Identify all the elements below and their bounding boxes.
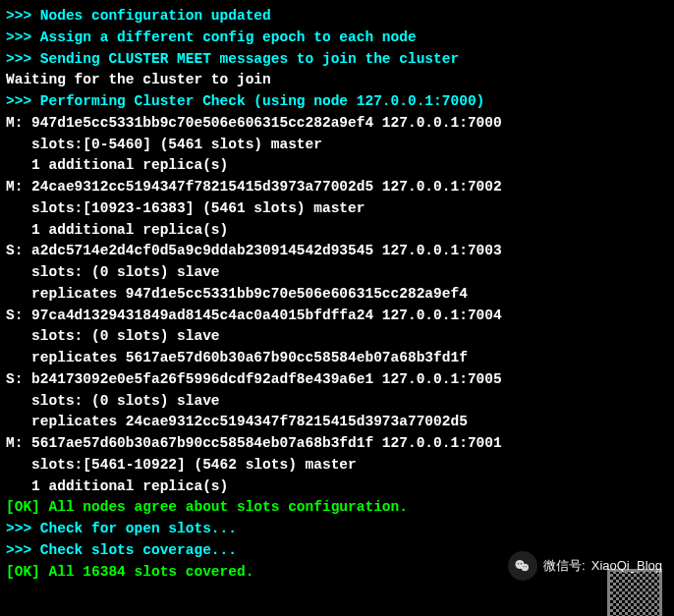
- terminal-line: [OK] All nodes agree about slots configu…: [6, 497, 668, 519]
- terminal-output: >>> Nodes configuration updated>>> Assig…: [6, 6, 668, 583]
- terminal-line: Waiting for the cluster to join: [6, 70, 668, 91]
- terminal-line: replicates 5617ae57d60b30a67b90cc58584eb…: [6, 348, 668, 369]
- terminal-line: >>> Check for open slots...: [6, 519, 668, 540]
- wechat-icon: [508, 551, 537, 581]
- terminal-line: slots:[10923-16383] (5461 slots) master: [6, 198, 668, 220]
- terminal-line: slots:[0-5460] (5461 slots) master: [6, 135, 668, 156]
- terminal-line: 1 additional replica(s): [6, 155, 668, 177]
- terminal-line: >>> Nodes configuration updated: [6, 6, 668, 28]
- watermark-label: 微信号:: [543, 556, 586, 576]
- terminal-line: M: 5617ae57d60b30a67b90cc58584eb07a68b3f…: [6, 433, 668, 455]
- terminal-line: slots: (0 slots) slave: [6, 262, 668, 284]
- terminal-line: 1 additional replica(s): [6, 476, 668, 498]
- terminal-line: replicates 947d1e5cc5331bb9c70e506e60631…: [6, 284, 668, 306]
- terminal-line: S: 97ca4d1329431849ad8145c4ac0a4015bfdff…: [6, 306, 668, 327]
- terminal-line: slots: (0 slots) slave: [6, 391, 668, 413]
- terminal-line: >>> Assign a different config epoch to e…: [6, 28, 668, 49]
- terminal-line: >>> Performing Cluster Check (using node…: [6, 91, 668, 113]
- svg-point-4: [524, 566, 525, 567]
- terminal-line: S: b24173092e0e5fa26f5996dcdf92adf8e439a…: [6, 369, 668, 391]
- terminal-line: S: a2dc5714e2d4cf0d5a9c9ddab230914542d93…: [6, 241, 668, 262]
- terminal-line: M: 24cae9312cc5194347f78215415d3973a7700…: [6, 177, 668, 198]
- terminal-line: slots:[5461-10922] (5462 slots) master: [6, 455, 668, 476]
- svg-point-5: [526, 566, 527, 567]
- terminal-line: 1 additional replica(s): [6, 220, 668, 242]
- terminal-line: slots: (0 slots) slave: [6, 326, 668, 348]
- svg-point-1: [522, 564, 530, 572]
- svg-point-3: [521, 563, 522, 564]
- qr-watermark: [607, 569, 662, 616]
- terminal-line: replicates 24cae9312cc5194347f78215415d3…: [6, 412, 668, 433]
- terminal-line: >>> Sending CLUSTER MEET messages to joi…: [6, 49, 668, 71]
- terminal-line: M: 947d1e5cc5331bb9c70e506e606315cc282a9…: [6, 113, 668, 135]
- svg-point-2: [518, 563, 519, 564]
